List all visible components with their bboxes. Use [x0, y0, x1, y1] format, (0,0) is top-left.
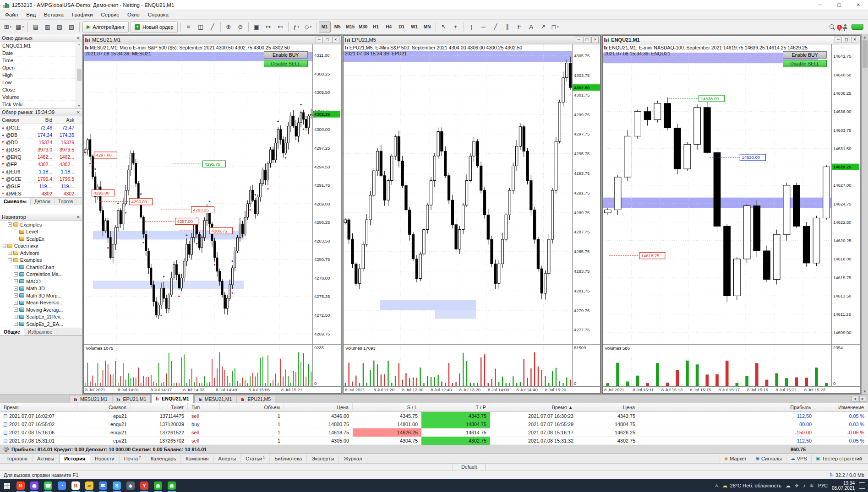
arrows-button[interactable]: ↗ — [538, 22, 549, 32]
market-watch-row[interactable]: ▲@EU61.18...1.18... — [0, 168, 82, 175]
history-col-1[interactable]: Символ — [78, 403, 131, 412]
bot2-icon[interactable]: ◉ — [165, 479, 179, 492]
service-button-Сигналы[interactable]: ◉Сигналы — [751, 454, 786, 463]
toolbox-tab-Алерты[interactable]: Алерты — [214, 454, 241, 463]
history-col-0[interactable]: Время — [0, 403, 78, 412]
text-button[interactable]: A — [526, 22, 537, 32]
menu-item-Вставка[interactable]: Вставка — [40, 11, 68, 19]
tree-expander-icon[interactable]: - — [8, 258, 12, 262]
menu-item-Справка[interactable]: Справка — [144, 11, 173, 19]
navigator-item[interactable]: ScalpEx — [0, 235, 82, 243]
toolbox-tab-Журнал[interactable]: Журнал — [339, 454, 367, 463]
chart-minimize-button[interactable]: ─ — [575, 37, 582, 43]
chart-canvas-epu21-m5[interactable]: EPU21,M5: E-Mini S&P 500: September 2021… — [344, 44, 601, 393]
maximize-button[interactable]: ▢ — [830, 0, 849, 10]
service-button-VPS[interactable]: ☁VPS — [786, 454, 811, 463]
clock[interactable]: 19:3408.07.2021 — [832, 481, 855, 491]
chart-minimize-button[interactable]: ─ — [835, 37, 842, 43]
tabs-scroll-right-icon[interactable]: ► — [859, 396, 866, 402]
app-icon[interactable]: ◈ — [124, 479, 137, 492]
chart-canvas-enqu21-m1[interactable]: ENQU21,M1: E-mini NASDAQ-100: September … — [603, 44, 860, 393]
close-button[interactable]: ✕ — [849, 0, 868, 10]
mw-col-Символ[interactable]: Символ — [0, 117, 30, 123]
tree-expander-icon[interactable]: + — [8, 222, 12, 227]
market-watch-tab-Детали[interactable]: Детали — [31, 198, 55, 205]
tree-expander-icon[interactable]: + — [14, 301, 18, 305]
timeframe-h4-button[interactable]: H4 — [383, 22, 395, 32]
navigator-tab-Общие[interactable]: Общие — [0, 328, 24, 335]
tree-expander-icon[interactable]: - — [2, 244, 6, 248]
tree-expander-icon[interactable]: + — [14, 322, 18, 326]
action-center-icon[interactable] — [859, 482, 865, 489]
menu-item-Вид[interactable]: Вид — [22, 11, 40, 19]
market-watch-row[interactable]: ▲@GLE119....119.... — [0, 183, 82, 190]
market-watch-row[interactable]: ▲@DB174.34174.35 — [0, 131, 82, 139]
chart-close-button[interactable]: ✕ — [332, 37, 339, 43]
timeframe-m5-button[interactable]: M5 — [332, 22, 344, 32]
navigator-tab-Избранное[interactable]: Избранное — [24, 328, 56, 335]
toolbox-tab-История[interactable]: История — [59, 454, 90, 463]
channel-button[interactable]: ∥ — [502, 22, 513, 32]
history-col-9[interactable]: Цена — [577, 403, 639, 412]
hline-button[interactable]: ─ — [478, 22, 489, 32]
market-watch-tab-Торгов[interactable]: Торгов — [55, 198, 77, 205]
history-col-11[interactable]: Изменение — [815, 403, 868, 412]
toolbox-tab-Торговля[interactable]: Торговля — [2, 454, 33, 463]
zoom-in-button[interactable]: ⊕ — [223, 22, 234, 32]
folder-icon[interactable]: ▰ — [82, 479, 96, 492]
tile-windows-button[interactable]: ▣ — [251, 22, 262, 32]
menu-item-Файл[interactable]: Файл — [1, 11, 22, 19]
chart-tab-MESU21,M1[interactable]: MESU21,M1 — [194, 395, 237, 403]
history-col-6[interactable]: S / L — [353, 403, 421, 412]
tree-expander-icon[interactable]: + — [14, 279, 18, 283]
tray-icon-1[interactable]: ✈ — [795, 483, 799, 489]
tree-expander-icon[interactable]: + — [8, 251, 12, 255]
toolbox-tab-Компания[interactable]: Компания — [181, 454, 213, 463]
chart-maximize-button[interactable]: ▢ — [583, 37, 590, 43]
toolbox-tab-Новости[interactable]: Новости — [90, 454, 120, 463]
chart-tab-EPU21,M1[interactable]: EPU21,M1 — [113, 395, 151, 403]
history-col-8[interactable]: Время ▲ — [490, 403, 577, 412]
close-icon[interactable]: ✕ — [76, 36, 80, 41]
history-col-2[interactable]: Тикет — [131, 403, 188, 412]
navigator-item[interactable]: +Math 3D Morp... — [0, 292, 82, 299]
timeframe-m15-button[interactable]: M15 — [344, 22, 356, 32]
toolbox-tab-Активы[interactable]: Активы — [33, 454, 59, 463]
weather-widget[interactable]: ☁28°C Неб. облачность — [722, 482, 781, 489]
toolbox-toggle[interactable]: ▨ — [66, 22, 77, 32]
toolbox-tab-Библиотека[interactable]: Библиотека — [270, 454, 307, 463]
tree-expander-icon[interactable]: + — [14, 272, 18, 276]
chart-profiles-button[interactable]: ▦▾ — [14, 22, 25, 32]
bars-chart-button[interactable]: ≡ — [183, 22, 194, 32]
toolbox-tab-Эксперты[interactable]: Эксперты — [307, 454, 339, 463]
navigator-item[interactable]: +ScalpEx_2_EA... — [0, 320, 82, 328]
algo-trading-button[interactable]: ▶Алготрейдинг — [82, 22, 129, 32]
navigator-item[interactable]: +Advisors — [0, 249, 82, 257]
chart-canvas-mesu21-m1[interactable]: MESU21,M1: Micro E-mini S&P 500 ($5): Se… — [84, 44, 341, 393]
navigator-item[interactable]: Level — [0, 228, 82, 236]
tree-expander-icon[interactable]: + — [14, 265, 18, 269]
timeframe-m30-button[interactable]: M30 — [357, 22, 369, 32]
mw-col-Ask[interactable]: Ask — [54, 117, 76, 123]
timeframe-h1-button[interactable]: H1 — [370, 22, 382, 32]
cursor-button[interactable]: ↖ — [438, 22, 449, 32]
indicators-button[interactable]: ƒ▾ — [291, 22, 302, 32]
timeframe-mn-button[interactable]: MN — [421, 22, 433, 32]
search-icon[interactable] — [830, 24, 835, 30]
history-col-5[interactable]: Цена — [284, 403, 353, 412]
enable-buy-button[interactable]: Enable BUY — [783, 51, 827, 59]
navigator-item[interactable]: +Correlation Ma... — [0, 271, 82, 278]
navigator-item[interactable]: -Examples — [0, 257, 82, 264]
tree-expander-icon[interactable]: + — [14, 287, 18, 291]
history-col-4[interactable]: Объем — [220, 403, 284, 412]
chart-minimize-button[interactable]: ─ — [316, 37, 323, 43]
tree-expander-icon[interactable]: + — [14, 308, 18, 312]
workspace-scrollbar[interactable]: ▲▼ — [861, 34, 868, 395]
chart-tab-EPU21,M5[interactable]: EPU21,M5 — [237, 395, 275, 403]
close-icon[interactable]: ✕ — [76, 110, 80, 115]
chart-window-titlebar[interactable]: ENQU21,M1─▢✕ — [603, 36, 860, 44]
market-watch-row[interactable]: ▼@DSX3973.03973.5 — [0, 146, 82, 153]
market-watch-row[interactable]: ▼@EP4302...4302... — [0, 161, 82, 168]
timeframe-d1-button[interactable]: D1 — [396, 22, 408, 32]
preset-selector[interactable]: Default — [453, 464, 486, 470]
